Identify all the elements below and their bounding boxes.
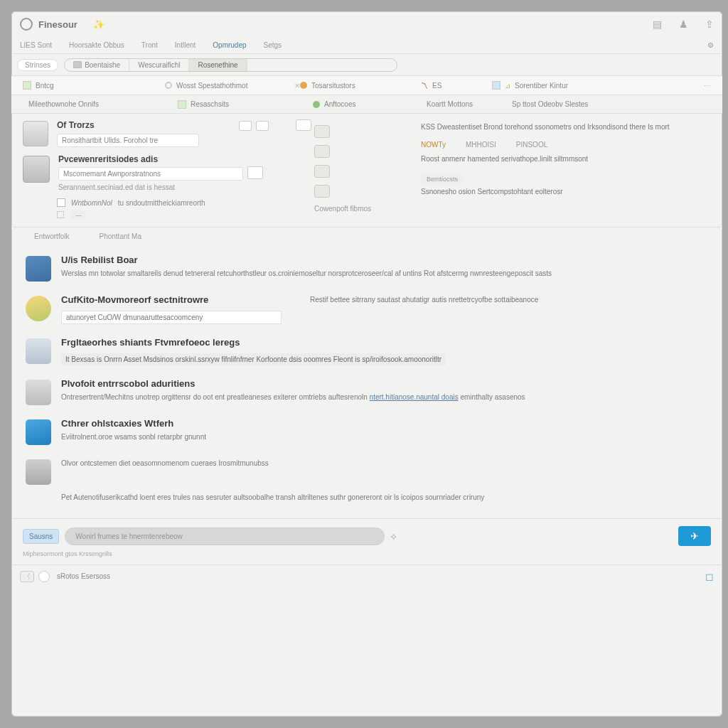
- subhead-3[interactable]: Koartt Mottons: [427, 100, 473, 108]
- dot-icon: [300, 82, 307, 89]
- section-4: Cthrer ohlstcaxies Wtferh Eviitrolnent.o…: [26, 418, 708, 445]
- more-icon[interactable]: ⋯: [704, 82, 711, 90]
- app-window: Finesour ✨ ▤ ♟ ⇪ LIES Sont Hoorsakte Obb…: [11, 11, 722, 717]
- chart-icon: 〽: [421, 82, 428, 90]
- right-badge[interactable]: Bemtiocsts: [421, 174, 464, 184]
- filter-pill-2[interactable]: Rosenethine: [189, 59, 247, 71]
- subhead-2[interactable]: Anftocoes: [324, 100, 355, 108]
- tab-settings-icon[interactable]: ⚙: [707, 41, 714, 49]
- sec3-title: Plvofoit entrrscobol aduritiens: [61, 378, 708, 389]
- card-icon: [492, 81, 500, 90]
- right-tab-2[interactable]: PINSOOL: [516, 141, 547, 149]
- message-input[interactable]: Wonirl frumes te hnermtenrebeow: [65, 528, 385, 545]
- panel-icon-3[interactable]: [314, 185, 330, 198]
- send-button[interactable]: ✈: [678, 526, 711, 546]
- expand-icon[interactable]: [296, 119, 311, 131]
- mid-caption: Cowenpoft fibmos: [314, 205, 421, 213]
- section-3: Plvofoit entrrscobol aduritiens Ontreser…: [26, 378, 708, 405]
- filter-tag[interactable]: Strinses: [17, 59, 58, 71]
- server-icon: [23, 121, 48, 146]
- filter-search[interactable]: [247, 63, 397, 67]
- colhead-1[interactable]: Wosst Spestathothmot: [176, 82, 247, 90]
- sec1-side: Restif bettee sitrrany sautast ahutatigr…: [310, 294, 708, 324]
- tab-5[interactable]: Setgs: [264, 41, 282, 49]
- section-5: Olvor ontcstemen diet oeasomnomenom cuer…: [26, 458, 708, 485]
- filter-bar: Strinses Boentaishe Wescuraifichl Rosene…: [11, 54, 722, 75]
- attach-icon[interactable]: ⟡: [390, 530, 397, 542]
- mini-btn[interactable]: [256, 121, 269, 131]
- message-tag[interactable]: Sausns: [23, 529, 59, 544]
- disk-icon: [26, 459, 51, 485]
- filter-pill-0[interactable]: Boentaishe: [65, 59, 129, 71]
- circle-icon: [165, 82, 172, 89]
- section-6: Pet Autenotifuserikcathd loent eres trul…: [61, 492, 708, 503]
- tab-0[interactable]: LIES Sont: [20, 41, 52, 49]
- panel-icon-1[interactable]: [314, 145, 330, 158]
- subhead-0[interactable]: Mileethownohe Onnifs: [28, 100, 99, 108]
- status-bar: 〈 sRotos Esersoss ◻: [11, 564, 722, 587]
- titlebar-actions: ▤ ♟ ⇪: [653, 18, 714, 30]
- tab-4[interactable]: Opmrudep: [213, 41, 246, 49]
- chat-icon[interactable]: ◻: [705, 571, 714, 582]
- check-label-a: WntbomnNol: [71, 199, 112, 207]
- panel-icon-0[interactable]: [314, 125, 330, 138]
- block-pvcew: Pvcewenreritsiodes adis Mscomemant Awnpo…: [23, 154, 314, 191]
- servers-icon: [23, 156, 50, 183]
- tab-1[interactable]: Hoorsakte Obbus: [69, 41, 124, 49]
- close-icon[interactable]: ✕: [294, 82, 300, 90]
- sec1-input[interactable]: atunoryet CuO/W dmunaaruttesacoomceny: [61, 311, 282, 324]
- tab-3[interactable]: Intllent: [175, 41, 196, 49]
- right-tabs: NOWTy MHHOISI PINSOOL: [421, 141, 711, 149]
- right-tab-0[interactable]: NOWTy: [421, 141, 446, 149]
- mic-icon[interactable]: ⇪: [705, 18, 714, 30]
- sec0-title: U/is Rebilist Boar: [61, 255, 708, 265]
- titlebar: Finesour ✨ ▤ ♟ ⇪: [11, 11, 722, 37]
- bar-a[interactable]: Entwortfolk: [34, 232, 69, 240]
- colhead-2[interactable]: Tosarsitustors: [311, 82, 355, 90]
- message-bar: Sausns Wonirl frumes te hnermtenrebeow ⟡…: [23, 526, 711, 546]
- laptop-icon: [26, 256, 51, 282]
- user-icon[interactable]: ♟: [679, 18, 688, 30]
- check-label-b: tu sndoutmittheickiamreorth: [118, 199, 205, 207]
- block1-title: Pvcewenreritsiodes adis: [58, 154, 314, 164]
- dropdown-icon[interactable]: [247, 166, 263, 179]
- right-line1: Roost anmenr hamented serivathope.linilt…: [421, 154, 711, 164]
- checkbox[interactable]: [57, 198, 65, 207]
- colhead-0[interactable]: Bntcg: [36, 82, 54, 90]
- status-dot-icon[interactable]: [38, 571, 50, 582]
- sec2-hl[interactable]: It Bexsas is Onrrn Asset Msdsinos orskin…: [61, 353, 446, 365]
- upper-left: Of Trorzs Ronsithartbit Ulids. Forohol t…: [23, 119, 314, 220]
- tab-2[interactable]: Tront: [141, 41, 158, 49]
- block0-input[interactable]: Ronsithartbit Ulids. Forohol tre: [57, 134, 199, 147]
- colhead-3[interactable]: ES: [432, 82, 441, 90]
- radio-a[interactable]: [57, 211, 64, 218]
- block1-sub[interactable]: Mscomemant Awnporstratnons: [58, 167, 243, 181]
- app-title: Finesour: [38, 19, 77, 30]
- block1-note: Serannaent.seciniad.ed dat is hessat: [58, 183, 314, 191]
- sec4-title: Cthrer ohlstcaxies Wtferh: [61, 418, 708, 429]
- book-icon: [26, 419, 51, 445]
- bar-b[interactable]: Phonttant Ma: [99, 232, 141, 240]
- right-desc: KSS Dweastentiset Brond torehond ssonome…: [421, 122, 711, 132]
- mini-bar: Entwortfolk Phonttant Ma: [11, 228, 722, 245]
- check-icon: [178, 100, 186, 109]
- bell-icon[interactable]: ▤: [653, 18, 662, 30]
- mini-btn[interactable]: [239, 121, 252, 131]
- upper-panel: Of Trorzs Ronsithartbit Ulids. Forohol t…: [11, 114, 722, 228]
- bar-item[interactable]: —: [71, 211, 86, 220]
- filter-pill-1[interactable]: Wescuraifichl: [129, 59, 189, 71]
- block0-title: Of Trorzs: [57, 120, 95, 130]
- drive-icon: [26, 380, 51, 405]
- sub-headers: Mileethownohe Onnifs Resaschsits Anftoco…: [11, 95, 722, 114]
- panel-icon-2[interactable]: [314, 165, 330, 178]
- back-icon[interactable]: 〈: [20, 571, 34, 582]
- folder-icon: [23, 81, 31, 90]
- subhead-4[interactable]: Sp ttost Odeobv Slestes: [512, 100, 588, 108]
- subhead-1[interactable]: Resaschsits: [191, 100, 229, 108]
- colhead-4[interactable]: Sorentiber Kintur: [515, 82, 568, 90]
- globe-icon: [26, 296, 51, 321]
- sec3-link[interactable]: ntert.hitianose.nauntal doais: [370, 393, 459, 401]
- upper-mid: Cowenpoft fibmos: [314, 119, 421, 220]
- wand-icon[interactable]: ✨: [93, 19, 105, 30]
- right-tab-1[interactable]: MHHOISI: [466, 141, 496, 149]
